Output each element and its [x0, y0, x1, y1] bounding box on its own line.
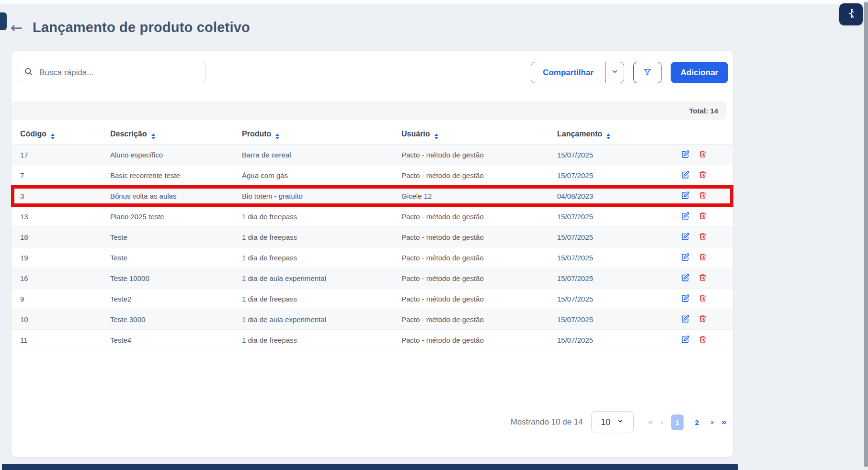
cell-lancamento: 15/07/2025 — [557, 330, 593, 350]
cell-lancamento: 04/08/2023 — [557, 186, 593, 206]
delete-button[interactable] — [698, 212, 708, 222]
edit-button[interactable] — [680, 171, 690, 180]
cell-codigo: 9 — [20, 289, 24, 309]
trash-icon — [698, 150, 707, 160]
sort-icon[interactable] — [51, 134, 55, 139]
page-size-select[interactable]: 10 — [591, 411, 634, 433]
column-header-descricao[interactable]: Descrição — [110, 123, 155, 145]
edit-pencil-icon — [681, 273, 690, 284]
sort-icon[interactable] — [434, 134, 438, 139]
sort-icon[interactable] — [151, 134, 155, 139]
sort-icon[interactable] — [606, 134, 610, 139]
cell-lancamento: 15/07/2025 — [557, 165, 593, 186]
cell-produto: 1 dia de aula experimental — [242, 309, 326, 330]
table-row[interactable]: 19 Teste 1 dia de freepass Pacto - métod… — [11, 247, 733, 268]
row-actions — [680, 330, 708, 350]
prev-page-button[interactable]: ‹ — [661, 418, 664, 426]
edit-pencil-icon — [681, 191, 690, 201]
next-page-button[interactable]: › — [710, 418, 714, 426]
cell-produto: 1 dia de aula experimental — [242, 268, 326, 289]
delete-button[interactable] — [698, 191, 708, 201]
delete-button[interactable] — [698, 294, 708, 304]
row-actions — [680, 165, 708, 186]
table-row[interactable]: 13 Plano 2025 teste 1 dia de freepass Pa… — [11, 206, 733, 227]
sort-icon[interactable] — [275, 134, 279, 139]
scrollbar-track[interactable] — [864, 0, 868, 470]
cell-usuario: Pacto - método de gestão — [401, 206, 484, 227]
row-actions — [680, 186, 708, 206]
delete-button[interactable] — [698, 315, 708, 325]
add-button[interactable]: Adicionar — [671, 62, 728, 83]
showing-label: Mostrando 10 de 14 — [511, 417, 583, 427]
page-number-1[interactable]: 1 — [671, 414, 684, 430]
table-row[interactable]: 9 Teste2 1 dia de freepass Pacto - métod… — [11, 289, 733, 309]
column-header-lancamento[interactable]: Lançamento — [557, 123, 610, 145]
edit-pencil-icon — [681, 170, 690, 181]
column-header-produto[interactable]: Produto — [242, 123, 279, 145]
edit-button[interactable] — [680, 253, 690, 263]
table-row[interactable]: 7 Basic recorrente teste Água com gás Pa… — [11, 165, 733, 186]
cell-usuario: Pacto - método de gestão — [401, 289, 484, 309]
row-actions — [680, 206, 708, 227]
share-button[interactable]: Compartilhar — [531, 62, 605, 83]
edit-button[interactable] — [680, 233, 690, 242]
cell-lancamento: 15/07/2025 — [557, 309, 593, 330]
page-size-value: 10 — [601, 417, 610, 427]
edit-button[interactable] — [680, 191, 690, 201]
cell-codigo: 10 — [20, 309, 28, 330]
delete-button[interactable] — [698, 171, 708, 180]
column-header-codigo[interactable]: Código — [20, 123, 55, 145]
edit-button[interactable] — [680, 274, 690, 283]
delete-button[interactable] — [698, 150, 708, 160]
edit-pencil-icon — [681, 150, 690, 160]
delete-button[interactable] — [698, 253, 708, 263]
share-dropdown-toggle[interactable] — [605, 62, 624, 83]
row-actions — [680, 227, 708, 247]
edit-button[interactable] — [680, 294, 690, 304]
cell-usuario: Pacto - método de gestão — [401, 227, 484, 247]
cell-descricao: Teste2 — [110, 289, 131, 309]
table-row[interactable]: 16 Teste 10000 1 dia de aula experimenta… — [11, 268, 733, 289]
table-row[interactable]: 3 Bônus volta as aulas Bio totem - gratu… — [11, 186, 733, 206]
table-row[interactable]: 11 Teste4 1 dia de freepass Pacto - méto… — [11, 330, 733, 350]
edit-button[interactable] — [680, 212, 690, 222]
cell-codigo: 19 — [20, 247, 28, 268]
cell-codigo: 17 — [20, 145, 28, 165]
table-row[interactable]: 18 Teste 1 dia de freepass Pacto - métod… — [11, 227, 733, 247]
edit-pencil-icon — [681, 314, 690, 325]
toolbar-actions: Compartilhar Adicionar — [531, 62, 728, 83]
quick-search[interactable] — [17, 62, 206, 83]
content-card: Compartilhar Adicionar Total: 14 Código — [11, 51, 733, 457]
scrollbar-thumb[interactable] — [864, 2, 868, 467]
back-button[interactable]: ← — [11, 18, 23, 37]
table-row[interactable]: 10 Teste 3000 1 dia de aula experimental… — [11, 309, 733, 330]
cell-produto: Barra de cereal — [242, 145, 291, 165]
page-number-2[interactable]: 2 — [691, 414, 703, 430]
table-row[interactable]: 17 Aluno específico Barra de cereal Pact… — [11, 145, 733, 165]
cell-usuario: Pacto - método de gestão — [401, 309, 484, 330]
filter-button[interactable] — [633, 62, 662, 83]
cell-descricao: Basic recorrente teste — [110, 165, 180, 186]
cell-codigo: 11 — [20, 330, 28, 350]
row-actions — [680, 309, 708, 330]
cell-produto: 1 dia de freepass — [242, 206, 297, 227]
top-strip — [0, 0, 868, 4]
first-page-button[interactable]: « — [648, 418, 653, 426]
column-header-usuario[interactable]: Usuário — [401, 123, 438, 145]
trash-icon — [698, 335, 707, 345]
edit-button[interactable] — [680, 150, 690, 160]
search-input[interactable] — [39, 68, 199, 78]
last-page-button[interactable]: » — [721, 418, 727, 426]
edit-button[interactable] — [680, 336, 690, 345]
edit-pencil-icon — [681, 232, 690, 243]
share-split-button[interactable]: Compartilhar — [531, 62, 624, 83]
delete-button[interactable] — [698, 274, 708, 283]
edit-pencil-icon — [681, 294, 690, 304]
cell-lancamento: 15/07/2025 — [557, 206, 593, 227]
delete-button[interactable] — [698, 233, 708, 242]
delete-button[interactable] — [698, 336, 708, 345]
chevron-down-icon — [617, 418, 624, 426]
bottom-navy-bar — [2, 464, 738, 470]
edit-button[interactable] — [680, 315, 690, 325]
accessibility-widget-button[interactable] — [839, 3, 863, 25]
